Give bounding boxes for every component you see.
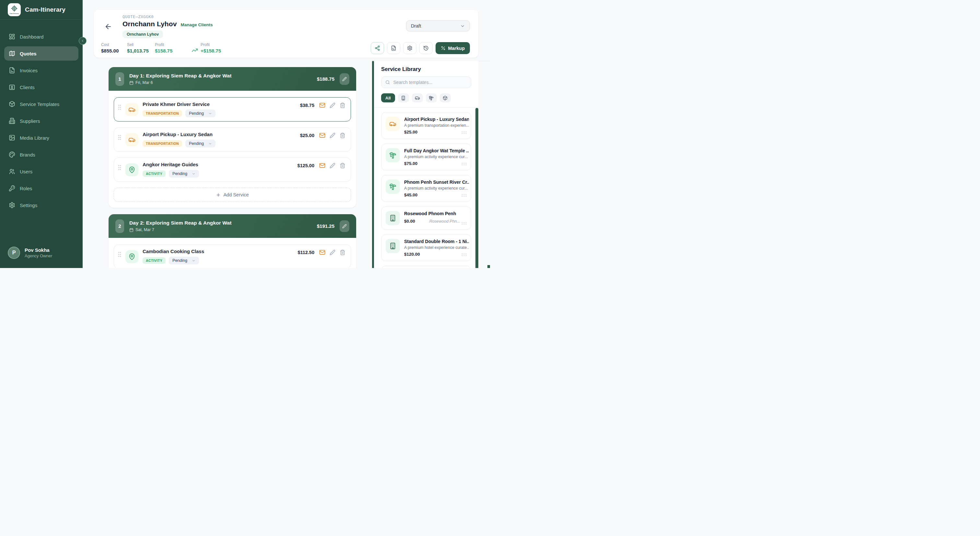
day-title: Day 2: Exploring Siem Reap & Angkor Wat (129, 220, 231, 226)
delete-service-button[interactable] (340, 163, 345, 169)
edit-service-button[interactable] (329, 102, 336, 108)
panel-divider (372, 61, 374, 268)
markup-button[interactable]: Markup (436, 42, 470, 54)
filter-activity[interactable] (426, 93, 437, 102)
sidebar-item-label: Brands (20, 152, 35, 157)
service-price: $25.00 (300, 133, 314, 138)
transport-icon (386, 117, 400, 131)
hotel-icon (401, 95, 406, 100)
map-pin-icon (128, 166, 135, 173)
chevron-down-icon (208, 142, 212, 145)
service-status-select[interactable]: Pending (169, 257, 199, 264)
manage-clients-link[interactable]: Manage Clients (180, 22, 213, 27)
edit-service-button[interactable] (329, 132, 336, 138)
add-service-button[interactable]: Add Service (114, 188, 351, 202)
email-service-button[interactable] (319, 162, 325, 169)
sidebar-item-service-templates[interactable]: Service Templates (4, 97, 78, 111)
service-name: Private Khmer Driver Service (143, 102, 215, 107)
email-service-button[interactable] (319, 249, 325, 255)
gear-icon (407, 45, 412, 51)
template-card[interactable]: Phnom Penh Sunset River Cr... A premium … (381, 175, 471, 202)
drag-handle-icon[interactable] (461, 194, 467, 197)
share-button[interactable] (371, 42, 384, 54)
drag-handle-icon[interactable] (118, 252, 121, 264)
drag-handle-icon[interactable] (118, 165, 121, 178)
day-total: $191.25 (317, 223, 334, 229)
sidebar-item-suppliers[interactable]: Suppliers (4, 114, 78, 128)
avatar: P (8, 247, 20, 259)
cube-icon (9, 101, 15, 107)
hotel-building-icon (389, 242, 396, 250)
edit-day-button[interactable] (340, 220, 349, 232)
document-button[interactable] (387, 42, 400, 54)
drag-handle-icon[interactable] (461, 222, 467, 225)
calendar-icon (129, 228, 134, 232)
sidebar-item-invoices[interactable]: Invoices (4, 63, 78, 78)
quote-status-value: Draft (411, 23, 421, 29)
sidebar-item-label: Service Templates (20, 102, 59, 107)
service-status-select[interactable]: Pending (169, 170, 199, 178)
service-status-select[interactable]: Pending (185, 140, 215, 148)
drag-handle-icon[interactable] (118, 105, 121, 117)
delete-service-button[interactable] (340, 250, 345, 255)
delete-service-button[interactable] (340, 132, 345, 138)
template-card[interactable]: Rosewood Phnom Penh $0.00 Rosewood Phn..… (381, 207, 471, 230)
filter-other[interactable] (440, 93, 451, 102)
car-icon (415, 95, 420, 100)
calendar-icon (129, 81, 134, 85)
template-card[interactable]: Full Day Angkor Wat Temple ... A premium… (381, 143, 471, 170)
sidebar-item-clients[interactable]: Clients (4, 80, 78, 94)
template-description: A premium activity experience cur... (404, 154, 469, 159)
sidebar-item-settings[interactable]: Settings (4, 198, 78, 212)
drag-handle-icon[interactable] (461, 131, 467, 134)
template-card[interactable]: Airport Pickup - Luxury Sedan A premium … (381, 112, 471, 139)
service-row[interactable]: Angkor Heritage Guides ACTIVITY Pending … (114, 157, 351, 182)
email-service-button[interactable] (319, 102, 325, 108)
service-row[interactable]: Airport Pickup - Luxury Sedan TRANSPORTA… (114, 127, 351, 152)
back-button[interactable] (104, 23, 112, 30)
sidebar: Cam-Itinerary Cam-Itinerary Dashboard Qu… (0, 0, 83, 268)
quote-status-select[interactable]: Draft (406, 21, 470, 32)
template-note: Rosewood Phn... (430, 219, 460, 224)
mail-icon (319, 162, 325, 169)
trash-icon (340, 132, 345, 138)
edit-day-button[interactable] (340, 73, 349, 85)
trash-icon (340, 163, 345, 169)
template-card[interactable]: Standard Double Room - 1 Ni... A premium… (381, 234, 471, 261)
building-icon (9, 118, 15, 124)
edit-service-button[interactable] (329, 163, 336, 169)
map-icon (9, 50, 15, 57)
service-status-select[interactable]: Pending (185, 110, 215, 117)
sidebar-item-users[interactable]: Users (4, 164, 78, 178)
history-icon (423, 45, 429, 51)
sidebar-item-media-library[interactable]: Media Library (4, 130, 78, 145)
drag-handle-icon[interactable] (461, 253, 467, 256)
edit-service-button[interactable] (329, 250, 336, 255)
template-price: $120.00 (404, 252, 420, 257)
sidebar-item-quotes[interactable]: Quotes (4, 46, 78, 60)
filter-all[interactable]: All (381, 93, 395, 102)
template-card[interactable]: Test (381, 266, 471, 268)
sidebar-item-dashboard[interactable]: Dashboard (4, 30, 78, 44)
template-price: $75.00 (404, 161, 417, 166)
filter-transport[interactable] (412, 93, 423, 102)
library-scrollbar[interactable] (476, 108, 478, 268)
transport-icon (126, 133, 138, 146)
drag-handle-icon[interactable] (461, 162, 467, 165)
history-button[interactable] (419, 42, 433, 54)
sidebar-item-brands[interactable]: Brands (4, 148, 78, 162)
day-2-services: Cambodian Cooking Class ACTIVITY Pending… (108, 238, 356, 268)
drag-handle-icon[interactable] (118, 135, 121, 148)
search-input[interactable] (393, 80, 467, 85)
chevron-left-icon (81, 39, 84, 43)
email-service-button[interactable] (319, 132, 325, 138)
delete-service-button[interactable] (340, 102, 345, 108)
service-row[interactable]: Private Khmer Driver Service TRANSPORTAT… (114, 97, 351, 121)
settings-button[interactable] (403, 42, 417, 54)
sidebar-item-roles[interactable]: Roles (4, 181, 78, 196)
current-user[interactable]: P Pov Sokha Agency Owner (0, 242, 83, 268)
filter-hotel[interactable] (398, 93, 409, 102)
template-search[interactable] (381, 76, 471, 88)
sidebar-collapse-button[interactable] (79, 37, 86, 45)
service-row[interactable]: Cambodian Cooking Class ACTIVITY Pending… (114, 244, 351, 268)
